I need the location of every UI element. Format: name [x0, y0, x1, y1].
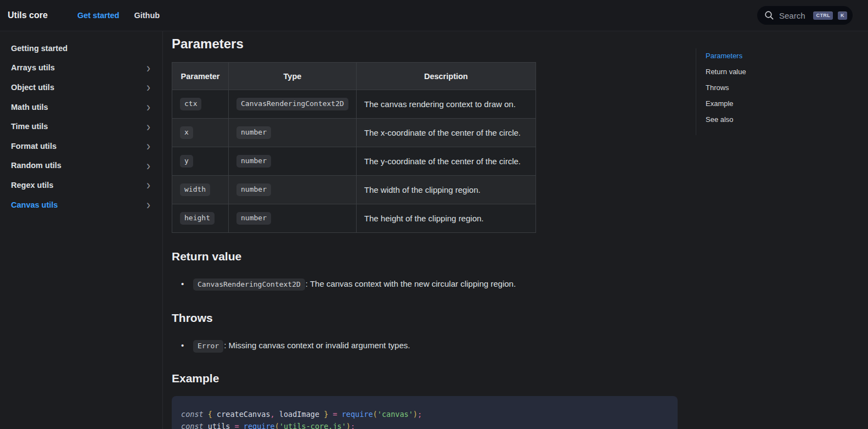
- top-nav: Utils core Get started Github Search CTR…: [0, 0, 868, 31]
- param-type-chip: number: [236, 126, 271, 138]
- param-type-chip: number: [236, 155, 271, 167]
- table-row: ctx CanvasRenderingContext2D The canvas …: [172, 90, 536, 119]
- search-icon: [764, 10, 774, 20]
- chevron-right-icon: ›: [146, 120, 150, 133]
- code-line: const utils = require('utils-core.js');: [181, 420, 668, 429]
- param-description: The canvas rendering context to draw on.: [356, 90, 536, 119]
- sidebar-item-math-utils[interactable]: Math utils ›: [11, 97, 153, 117]
- toc-item-parameters[interactable]: Parameters: [706, 52, 746, 60]
- table-header-row: Parameter Type Description: [172, 63, 536, 90]
- main-content: Parameters Parameter Type Description ct…: [172, 31, 678, 429]
- toc-item-throws[interactable]: Throws: [706, 84, 746, 92]
- return-value-heading: Return value: [172, 249, 678, 264]
- sidebar-item-time-utils[interactable]: Time utils ›: [11, 116, 153, 136]
- param-type-chip: number: [236, 212, 271, 224]
- param-description: The height of the clipping region.: [356, 204, 536, 233]
- code-line: const { createCanvas, loadImage } = requ…: [181, 408, 668, 421]
- throws-list: Error: Missing canvas context or invalid…: [172, 339, 678, 352]
- on-this-page-toc: Parameters Return value Throws Example S…: [696, 48, 746, 135]
- chevron-right-icon: ›: [146, 179, 150, 192]
- chevron-right-icon: ›: [146, 101, 150, 114]
- search-label: Search: [779, 11, 805, 20]
- param-name-chip: y: [180, 155, 193, 167]
- toc-item-example[interactable]: Example: [706, 100, 746, 108]
- param-description: The y-coordinate of the center of the ci…: [356, 147, 536, 176]
- list-item: CanvasRenderingContext2D: The canvas con…: [181, 277, 678, 291]
- chevron-right-icon: ›: [146, 61, 150, 74]
- return-value-list: CanvasRenderingContext2D: The canvas con…: [172, 277, 678, 291]
- table-row: x number The x-coordinate of the center …: [172, 119, 536, 147]
- chevron-right-icon: ›: [146, 198, 150, 211]
- param-type-chip: CanvasRenderingContext2D: [236, 98, 348, 110]
- param-name-chip: ctx: [180, 98, 201, 110]
- throws-text: : Missing canvas context or invalid argu…: [224, 341, 410, 350]
- toc-item-see-also[interactable]: See also: [706, 116, 746, 124]
- param-description: The x-coordinate of the center of the ci…: [356, 119, 536, 147]
- chevron-right-icon: ›: [146, 81, 150, 94]
- sidebar-item-getting-started[interactable]: Getting started: [11, 38, 153, 58]
- parameters-heading: Parameters: [172, 36, 678, 52]
- sidebar-item-canvas-utils[interactable]: Canvas utils ›: [11, 195, 153, 215]
- sidebar-item-object-utils[interactable]: Object utils ›: [11, 77, 153, 97]
- column-header-parameter: Parameter: [172, 63, 229, 90]
- table-row: y number The y-coordinate of the center …: [172, 147, 536, 176]
- sidebar: Getting started Arrays utils › Object ut…: [0, 31, 163, 429]
- column-header-type: Type: [229, 63, 357, 90]
- site-title[interactable]: Utils core: [8, 10, 48, 20]
- parameters-table: Parameter Type Description ctx CanvasRen…: [172, 62, 536, 233]
- nav-link-github[interactable]: Github: [134, 11, 160, 20]
- k-key-badge: K: [838, 12, 847, 20]
- param-description: The width of the clipping region.: [356, 176, 536, 204]
- return-type-chip: CanvasRenderingContext2D: [193, 278, 305, 291]
- list-item: Error: Missing canvas context or invalid…: [181, 339, 678, 352]
- param-name-chip: height: [180, 212, 215, 224]
- throws-heading: Throws: [172, 311, 678, 325]
- toc-item-return-value[interactable]: Return value: [706, 68, 746, 76]
- table-row: height number The height of the clipping…: [172, 204, 536, 233]
- param-name-chip: width: [180, 183, 210, 196]
- param-type-chip: number: [236, 183, 271, 196]
- sidebar-item-random-utils[interactable]: Random utils ›: [11, 156, 153, 176]
- sidebar-item-format-utils[interactable]: Format utils ›: [11, 136, 153, 156]
- example-heading: Example: [172, 371, 678, 386]
- chevron-right-icon: ›: [146, 159, 150, 172]
- example-code-block: const { createCanvas, loadImage } = requ…: [172, 396, 678, 429]
- chevron-right-icon: ›: [146, 140, 150, 153]
- search-button[interactable]: Search CTRL K: [757, 6, 853, 25]
- sidebar-item-arrays-utils[interactable]: Arrays utils ›: [11, 58, 153, 78]
- table-row: width number The width of the clipping r…: [172, 176, 536, 204]
- error-type-chip: Error: [193, 340, 223, 352]
- column-header-description: Description: [356, 63, 536, 90]
- param-name-chip: x: [180, 126, 193, 138]
- sidebar-item-regex-utils[interactable]: Regex utils ›: [11, 175, 153, 195]
- ctrl-key-badge: CTRL: [813, 12, 833, 20]
- return-value-text: : The canvas context with the new circul…: [306, 279, 516, 288]
- nav-link-get-started[interactable]: Get started: [77, 11, 120, 20]
